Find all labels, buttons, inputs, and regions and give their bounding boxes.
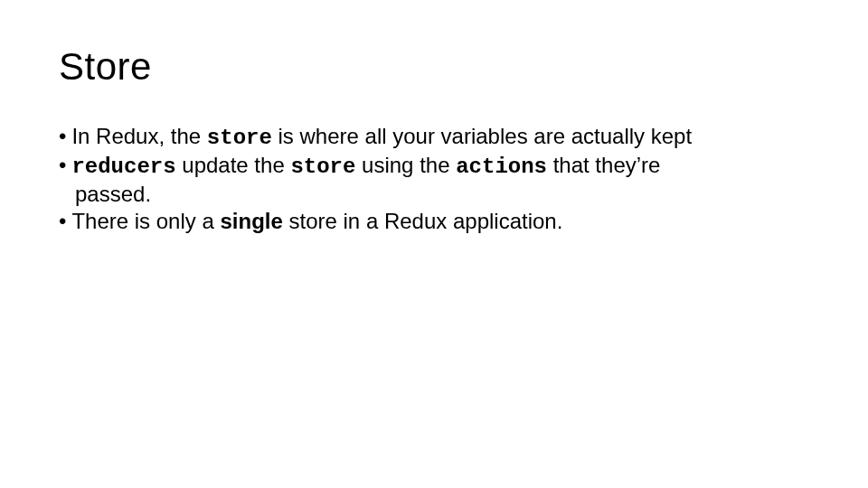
bullet-3: • There is only a single store in a Redu… [59, 208, 809, 235]
code-reducers: reducers [71, 155, 175, 179]
text: In Redux, the [71, 124, 206, 148]
bullet-3-text: There is only a single store in a Redux … [71, 208, 809, 235]
text: is where all your variables are actually… [272, 124, 692, 148]
text: that they’re [547, 153, 660, 177]
slide: Store • In Redux, the store is where all… [0, 0, 868, 488]
slide-body: • In Redux, the store is where all your … [59, 123, 809, 235]
slide-title: Store [59, 45, 809, 89]
bold-single: single [220, 209, 282, 233]
code-store: store [207, 126, 272, 150]
code-store: store [290, 155, 355, 179]
bullet-marker: • [59, 152, 66, 179]
bullet-marker: • [59, 208, 66, 235]
text: There is only a [71, 209, 220, 233]
code-actions: actions [456, 155, 547, 179]
bullet-1-text: In Redux, the store is where all your va… [71, 123, 809, 152]
text: update the [176, 153, 291, 177]
bullet-2: • reducers update the store using the ac… [59, 152, 809, 181]
bullet-1: • In Redux, the store is where all your … [59, 123, 809, 152]
bullet-marker: • [59, 123, 66, 150]
bullet-2-text: reducers update the store using the acti… [71, 152, 809, 181]
text: store in a Redux application. [283, 209, 563, 233]
text: using the [355, 153, 456, 177]
bullet-2-continuation: passed. [75, 181, 809, 208]
